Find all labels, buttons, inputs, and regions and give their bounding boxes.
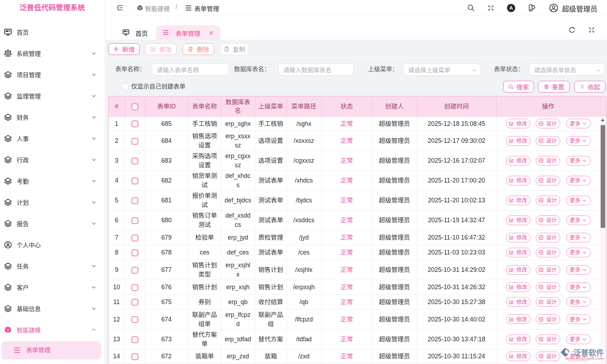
svg-text:www.fanpusoft.com: www.fanpusoft.com [565, 356, 604, 360]
